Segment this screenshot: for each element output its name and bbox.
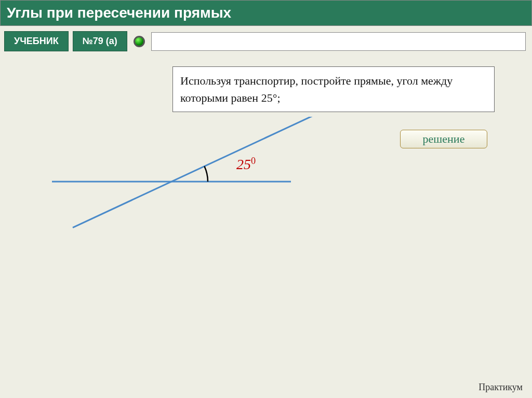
task-text: Используя транспортир, постройте прямые,… <box>172 66 495 112</box>
toolbar: УЧЕБНИК №79 (а) <box>0 26 532 57</box>
svg-line-1 <box>73 117 338 228</box>
page-title: Углы при пересечении прямых <box>0 0 532 26</box>
problem-number-button[interactable]: №79 (а) <box>73 31 127 51</box>
angle-number: 25 <box>236 156 251 172</box>
textbook-button[interactable]: УЧЕБНИК <box>4 31 69 51</box>
angle-diagram <box>47 117 358 272</box>
footer-label: Практикум <box>478 382 523 393</box>
answer-input[interactable] <box>151 32 526 51</box>
angle-value-label: 250 <box>236 156 256 173</box>
degree-symbol: 0 <box>251 156 256 166</box>
status-indicator-icon <box>134 36 145 47</box>
solution-button[interactable]: решение <box>400 130 487 148</box>
